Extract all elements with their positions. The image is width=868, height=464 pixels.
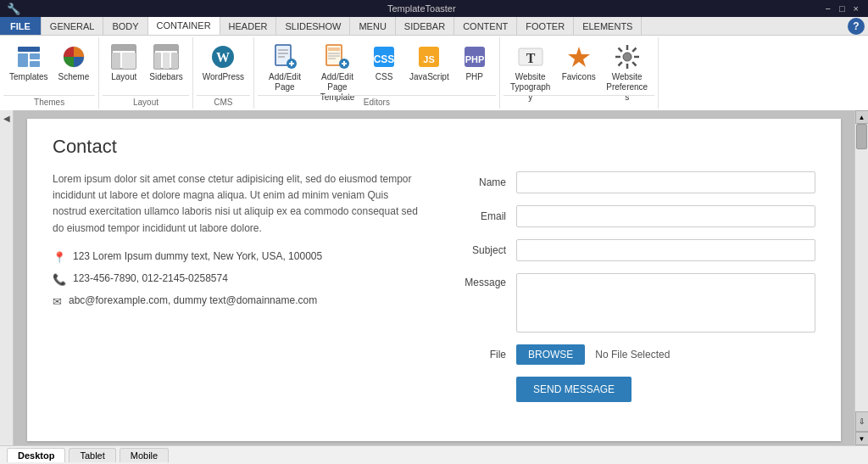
- ribbon-group-editors: Add/Edit Page Add/Edit Page Templa: [254, 37, 500, 109]
- tab-elements[interactable]: ELEMENTS: [574, 17, 642, 35]
- wordpress-button[interactable]: W WordPress: [198, 41, 248, 93]
- scheme-button[interactable]: Scheme: [54, 41, 94, 93]
- send-message-button[interactable]: SEND MESSAGE: [516, 377, 632, 402]
- javascript-button[interactable]: JS JavaScript: [405, 41, 453, 93]
- php-button[interactable]: PHP PHP: [455, 41, 494, 93]
- tab-general[interactable]: GENERAL: [42, 17, 104, 35]
- tab-body[interactable]: BODY: [103, 17, 147, 35]
- status-bar: Desktop Tablet Mobile: [0, 445, 868, 464]
- svg-line-46: [632, 62, 636, 65]
- phone-icon: 📞: [53, 273, 66, 286]
- form-row-file: File BROWSE No File Selected: [447, 344, 815, 365]
- app-icon: 🔧: [7, 3, 20, 15]
- ribbon-group-layout: Layout Sidebars Layout: [99, 37, 192, 109]
- svg-text:JS: JS: [424, 54, 435, 64]
- css-icon: CSS: [370, 43, 398, 70]
- form-row-email: Email: [447, 205, 815, 227]
- tab-container[interactable]: CONTAINER: [148, 17, 220, 35]
- svg-rect-0: [18, 47, 40, 52]
- layout-label: Layout: [111, 72, 136, 82]
- address-text: 123 Lorem Ipsum dummy text, New York, US…: [73, 250, 322, 262]
- contact-address: 📍 123 Lorem Ipsum dummy text, New York, …: [53, 250, 421, 264]
- address-icon: 📍: [53, 251, 66, 264]
- form-row-name: Name: [447, 171, 815, 193]
- themes-group-label: Themes: [3, 95, 95, 109]
- favicons-button[interactable]: Favicons: [558, 41, 600, 93]
- phone-text: 123-456-7890, 012-2145-0258574: [73, 272, 228, 284]
- scroll-up-button[interactable]: ▲: [855, 110, 869, 124]
- maximize-button[interactable]: □: [837, 3, 848, 14]
- layout-button[interactable]: Layout: [104, 41, 143, 93]
- name-input[interactable]: [516, 171, 815, 193]
- ribbon-tabs: FILE GENERAL BODY CONTAINER HEADER SLIDE…: [0, 17, 868, 36]
- add-edit-page-icon: [271, 43, 298, 70]
- subject-input[interactable]: [516, 239, 815, 261]
- tab-mobile[interactable]: Mobile: [120, 448, 169, 462]
- email-icon: ✉: [53, 295, 62, 308]
- svg-line-48: [618, 62, 621, 65]
- layout-group-label: Layout: [103, 95, 188, 109]
- templates-icon: [15, 43, 42, 70]
- help-button[interactable]: ?: [848, 18, 865, 35]
- website-preferences-button[interactable]: Website Preferences: [602, 41, 653, 93]
- layout-icon: [110, 43, 137, 70]
- form-submit-row: SEND MESSAGE: [447, 377, 815, 402]
- tab-desktop[interactable]: Desktop: [7, 448, 65, 462]
- email-input[interactable]: [516, 205, 815, 227]
- contact-form: Name Email Subject Message: [447, 171, 815, 402]
- svg-text:PHP: PHP: [465, 54, 484, 64]
- contact-phone: 📞 123-456-7890, 012-2145-0258574: [53, 272, 421, 286]
- message-input[interactable]: [516, 273, 815, 333]
- tab-file[interactable]: FILE: [0, 17, 42, 35]
- svg-line-47: [632, 48, 636, 52]
- sidebars-icon: [153, 43, 180, 70]
- tab-tablet[interactable]: Tablet: [69, 448, 115, 462]
- close-button[interactable]: ×: [851, 3, 861, 14]
- tab-menu[interactable]: MENU: [350, 17, 395, 35]
- form-row-subject: Subject: [447, 239, 815, 261]
- css-button[interactable]: CSS CSS: [364, 41, 403, 93]
- css-label: CSS: [376, 72, 393, 82]
- email-label: Email: [447, 210, 506, 222]
- svg-text:CSS: CSS: [374, 53, 395, 65]
- message-label: Message: [447, 273, 506, 288]
- tab-sidebar[interactable]: SIDEBAR: [396, 17, 454, 35]
- contact-text: Lorem ipsum dolor sit amet conse ctetur …: [53, 171, 421, 237]
- svg-rect-2: [30, 53, 40, 59]
- scrollbar-thumb[interactable]: [856, 124, 867, 149]
- minimize-button[interactable]: −: [822, 3, 832, 14]
- canvas-area[interactable]: Contact Lorem ipsum dolor sit amet conse…: [14, 110, 854, 445]
- ribbon-content: Templates Scheme Themes: [0, 36, 868, 110]
- tab-content[interactable]: CONTENT: [454, 17, 517, 35]
- title-bar-title: TemplateToaster: [20, 3, 822, 14]
- website-typography-icon: T: [517, 43, 544, 70]
- templates-button[interactable]: Templates: [5, 41, 53, 93]
- scroll-double-down-button[interactable]: ⇩: [855, 411, 869, 432]
- scroll-down-button[interactable]: ▼: [855, 432, 869, 445]
- website-typography-button[interactable]: T Website Typography: [505, 41, 556, 93]
- javascript-label: JavaScript: [409, 72, 449, 82]
- contact-left: Lorem ipsum dolor sit amet conse ctetur …: [53, 171, 421, 402]
- editors-group-label: Editors: [258, 95, 496, 109]
- canvas-page: Contact Lorem ipsum dolor sit amet conse…: [27, 119, 841, 441]
- scheme-label: Scheme: [58, 72, 90, 82]
- tab-slideshow[interactable]: SLIDESHOW: [276, 17, 350, 35]
- form-row-message: Message: [447, 273, 815, 333]
- left-arrow-icon[interactable]: ◀: [3, 114, 10, 123]
- favicons-icon: [565, 43, 593, 70]
- tab-header[interactable]: HEADER: [220, 17, 277, 35]
- left-panel: ◀: [0, 110, 14, 445]
- add-edit-page-template-button[interactable]: Add/Edit Page Template: [312, 41, 363, 93]
- scheme-icon: [60, 43, 87, 70]
- favicons-label: Favicons: [562, 72, 596, 82]
- browse-button[interactable]: BROWSE: [516, 344, 585, 365]
- tab-footer[interactable]: FOOTER: [517, 17, 574, 35]
- sidebars-button[interactable]: Sidebars: [145, 41, 186, 93]
- wordpress-icon: W: [209, 43, 236, 70]
- templates-label: Templates: [9, 72, 48, 82]
- scrollbar-track[interactable]: [855, 124, 868, 411]
- ribbon-group-themes: Templates Scheme Themes: [0, 37, 99, 109]
- add-edit-page-button[interactable]: Add/Edit Page: [259, 41, 310, 93]
- ribbon-group-cms: W WordPress CMS: [193, 37, 254, 109]
- sidebars-label: Sidebars: [149, 72, 182, 82]
